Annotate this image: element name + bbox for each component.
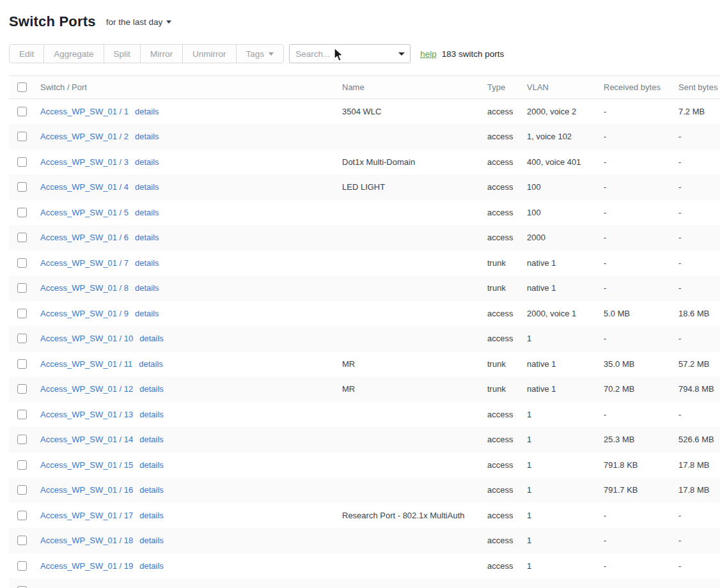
table-row: Access_WP_SW_01 / 8details trunk native … [9,275,720,301]
received-bytes-cell: - [604,275,678,301]
details-link[interactable]: details [135,132,159,141]
port-link[interactable]: Access_WP_SW_01 / 18 [40,536,133,545]
row-checkbox[interactable] [17,107,27,116]
port-vlan-cell: 2000 [527,225,604,251]
port-link[interactable]: Access_WP_SW_01 / 5 [40,208,129,217]
edit-button[interactable]: Edit [10,45,44,63]
details-link[interactable]: details [135,258,159,268]
port-type-cell: trunk [487,275,527,301]
port-link[interactable]: Access_WP_SW_01 / 4 [40,182,129,192]
details-link[interactable]: details [135,309,159,318]
row-checkbox[interactable] [17,359,27,369]
details-link[interactable]: details [135,233,159,242]
row-checkbox[interactable] [17,485,27,495]
row-checkbox[interactable] [17,208,27,217]
row-checkbox[interactable] [17,334,27,343]
details-link[interactable]: details [135,283,159,293]
port-link[interactable]: Access_WP_SW_01 / 14 [40,435,133,444]
row-checkbox[interactable] [17,410,27,419]
table-row: Access_WP_SW_01 / 6details access 2000 -… [9,225,720,251]
port-link[interactable]: Access_WP_SW_01 / 15 [40,460,133,470]
port-cell: Access_WP_SW_01 / 7details [40,251,342,276]
port-link[interactable]: Access_WP_SW_01 / 13 [40,410,133,419]
port-link[interactable]: Access_WP_SW_01 / 8 [40,283,129,293]
details-link[interactable]: details [139,435,164,444]
row-checkbox[interactable] [17,283,27,293]
details-link[interactable]: details [135,157,159,167]
details-link[interactable]: details [139,384,164,394]
port-link[interactable]: Access_WP_SW_01 / 12 [40,384,133,394]
details-link[interactable]: details [135,107,159,116]
port-vlan-cell: 2000, voice 2 [527,99,604,125]
row-checkbox[interactable] [17,435,27,444]
timespan-dropdown[interactable]: for the last day [106,17,172,27]
port-link[interactable]: Access_WP_SW_01 / 10 [40,334,133,343]
row-checkbox[interactable] [17,157,27,167]
row-checkbox[interactable] [17,233,27,242]
port-link[interactable]: Access_WP_SW_01 / 3 [40,157,129,167]
sent-bytes-cell: - [678,326,720,352]
port-type-cell: access [487,503,527,529]
details-link[interactable]: details [139,460,164,470]
details-link[interactable]: details [139,561,164,571]
port-cell: Access_WP_SW_01 / 16details [40,477,342,503]
row-checkbox[interactable] [17,132,27,141]
row-checkbox[interactable] [17,511,27,520]
row-checkbox[interactable] [17,561,27,571]
port-cell: Access_WP_SW_01 / 17details [40,503,342,529]
sent-bytes-cell: - [678,150,720,175]
port-link[interactable]: Access_WP_SW_01 / 7 [40,258,129,268]
details-link[interactable]: details [135,182,159,192]
row-checkbox[interactable] [17,182,27,192]
port-vlan-cell: 1 [527,578,604,588]
port-name-cell: 3504 WLC [342,99,487,125]
table-row: Access_WP_SW_01 / 13details access 1 - - [9,402,720,428]
port-vlan-cell: 1, voice 102 [527,124,604,150]
search-dropdown-icon[interactable] [398,52,405,56]
details-link[interactable]: details [139,359,163,369]
details-link[interactable]: details [139,536,164,545]
sent-bytes-cell: 526.6 MB [678,427,720,453]
sent-bytes-cell: 17.8 MB [678,453,720,478]
sent-bytes-cell: 18.6 MB [678,301,720,327]
row-checkbox[interactable] [17,460,27,470]
row-checkbox[interactable] [17,309,27,318]
details-link[interactable]: details [139,410,164,419]
column-header-type: Type [487,76,527,99]
row-checkbox[interactable] [17,536,27,545]
port-vlan-cell: 1 [527,503,604,529]
details-link[interactable]: details [139,511,164,520]
details-link[interactable]: details [135,208,159,217]
port-link[interactable]: Access_WP_SW_01 / 19 [40,561,133,571]
ports-table-wrap: Switch / Port Name Type VLAN Received by… [9,75,720,588]
received-bytes-cell: - [604,150,678,175]
port-cell: Access_WP_SW_01 / 1details [40,99,342,125]
port-name-cell: MR [342,352,487,377]
row-checkbox[interactable] [17,384,27,394]
sent-bytes-cell: - [678,200,720,226]
row-checkbox[interactable] [17,258,27,268]
unmirror-button[interactable]: Unmirror [183,45,237,63]
received-bytes-cell: 791.7 KB [604,477,678,503]
aggregate-button[interactable]: Aggregate [44,45,104,63]
search-input[interactable] [289,44,411,63]
port-type-cell: access [487,402,527,428]
details-link[interactable]: details [139,485,164,495]
port-link[interactable]: Access_WP_SW_01 / 16 [40,485,133,495]
received-bytes-cell: - [604,174,678,200]
port-link[interactable]: Access_WP_SW_01 / 11 [40,359,132,369]
select-all-checkbox[interactable] [17,82,27,92]
tags-dropdown-button[interactable]: Tags [237,45,284,63]
help-link[interactable]: help [420,49,437,59]
mirror-button[interactable]: Mirror [141,45,183,63]
page-header: Switch Ports for the last day [9,13,720,31]
port-link[interactable]: Access_WP_SW_01 / 9 [40,309,129,318]
port-type-cell: access [487,200,527,226]
port-link[interactable]: Access_WP_SW_01 / 17 [40,511,133,520]
details-link[interactable]: details [139,334,164,343]
port-link[interactable]: Access_WP_SW_01 / 2 [40,132,129,141]
port-link[interactable]: Access_WP_SW_01 / 1 [40,107,129,116]
port-link[interactable]: Access_WP_SW_01 / 6 [40,233,129,242]
sent-bytes-cell: - [678,124,720,150]
split-button[interactable]: Split [104,45,141,63]
